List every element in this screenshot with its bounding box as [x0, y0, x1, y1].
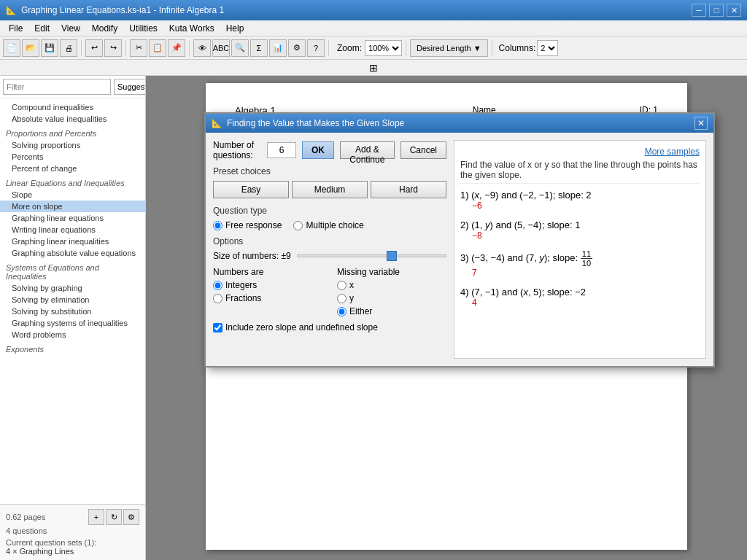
desired-length-button[interactable]: Desired Length ▼ [410, 39, 488, 57]
sidebar-item-word-problems[interactable]: Word problems [0, 329, 145, 341]
add-continue-button[interactable]: Add & Continue [340, 141, 395, 159]
options-section: Options Size of numbers: ±9 Numbers are [213, 236, 446, 332]
sidebar-item-absolute[interactable]: Absolute value inequalities [0, 113, 145, 125]
sidebar-item-graphing-inequalities[interactable]: Graphing linear inequalities [0, 236, 145, 247]
num-questions-label: Number of questions: [213, 140, 261, 160]
toolbar-settings[interactable]: ⚙ [288, 39, 306, 57]
sidebar-item-percents[interactable]: Percents [0, 151, 145, 163]
toolbar-help[interactable]: ? [307, 39, 325, 57]
sidebar-item-compound[interactable]: Compound inequalities [0, 101, 145, 113]
toolbar-undo[interactable]: ↩ [85, 39, 103, 57]
include-zero-slope-option[interactable]: Include zero slope and undefined slope [213, 322, 446, 332]
sidebar-item-more-slope[interactable]: More on slope [0, 201, 145, 212]
menu-help[interactable]: Help [220, 22, 250, 35]
sample-2-num: 2) [460, 219, 469, 230]
config-btn[interactable]: ⚙ [123, 509, 139, 525]
size-slider-thumb[interactable] [387, 251, 397, 261]
sidebar-item-slope[interactable]: Slope [0, 189, 145, 201]
order-select[interactable]: Suggested Order [114, 79, 146, 95]
more-samples-link[interactable]: More samples [460, 147, 700, 157]
minimize-button[interactable]: ─ [692, 4, 706, 17]
menu-file[interactable]: File [3, 22, 28, 35]
sample-3-answer: 7 [472, 268, 700, 278]
toolbar-new[interactable]: 📄 [3, 39, 20, 57]
sample-1-num: 1) [460, 190, 469, 201]
app-icon: 📐 [6, 5, 17, 15]
dialog-title-bar: 📐 Finding the Value that Makes the Given… [206, 114, 713, 133]
toolbar-insert[interactable]: Σ [250, 39, 268, 57]
sidebar-item-graphing-linear[interactable]: Graphing linear equations [0, 212, 145, 224]
columns-select[interactable]: 2 [537, 40, 558, 56]
easy-button[interactable]: Easy [213, 181, 289, 198]
sidebar-bottom: 0.62 pages + ↻ ⚙ 4 questions Current que… [0, 504, 145, 560]
ok-button[interactable]: OK [302, 141, 334, 159]
fractions-option[interactable]: Fractions [213, 293, 322, 303]
sidebar-cat-proportions: Proportions and Percents [0, 125, 145, 139]
toolbar-cut[interactable]: ✂ [130, 39, 147, 57]
toolbar-find[interactable]: 🔍 [231, 39, 249, 57]
free-response-option[interactable]: Free response [213, 220, 282, 230]
toolbar-copy[interactable]: 📋 [149, 39, 166, 57]
sidebar-item-solving-graphing[interactable]: Solving by graphing [0, 282, 145, 294]
menu-modify[interactable]: Modify [86, 22, 123, 35]
sidebar-item-graphing-abs[interactable]: Graphing absolute value equations [0, 247, 145, 259]
cancel-button[interactable]: Cancel [400, 141, 446, 159]
sidebar-item-solving-proportions[interactable]: Solving proportions [0, 139, 145, 151]
sample-1-problem: (x, −9) and (−2, −1); slope: 2 [471, 190, 591, 201]
add-btn[interactable]: + [88, 509, 104, 525]
set-item-0: 4 × Graphing Lines [6, 547, 139, 556]
sample-4-answer: 4 [472, 298, 700, 308]
menu-utilities[interactable]: Utilities [123, 22, 163, 35]
sample-problem-3: 3) (−3, −4) and (7, y); slope: 1110 7 [460, 249, 700, 278]
var-either-option[interactable]: Either [337, 306, 446, 316]
menu-view[interactable]: View [55, 22, 86, 35]
include-zero-slope-label: Include zero slope and undefined slope [225, 322, 378, 332]
title-bar-text: Graphing Linear Equations.ks-ia1 - Infin… [21, 5, 224, 15]
multiple-choice-option[interactable]: Multiple choice [293, 220, 363, 230]
filter-input[interactable] [3, 79, 111, 95]
integers-option[interactable]: Integers [213, 280, 322, 290]
toolbar-zoom-group: Zoom: 100% [337, 40, 402, 56]
sidebar-item-percent-change[interactable]: Percent of change [0, 163, 145, 174]
toolbar-graph[interactable]: 📊 [269, 39, 287, 57]
close-button[interactable]: ✕ [727, 4, 741, 17]
sample-3-problem: (−3, −4) and (7, y); slope: 1110 [471, 252, 592, 263]
toolbar-print[interactable]: 🖨 [60, 39, 77, 57]
toolbar-open[interactable]: 📂 [22, 39, 39, 57]
sample-3-num: 3) [460, 252, 469, 263]
numbers-col: Numbers are Integers Fractions [213, 267, 322, 316]
sample-problem-1: 1) (x, −9) and (−2, −1); slope: 2 −6 [460, 190, 700, 211]
var-x-option[interactable]: x [337, 280, 446, 290]
dialog-icon: 📐 [212, 118, 222, 128]
maximize-button[interactable]: □ [709, 4, 724, 17]
dialog-left-panel: Number of questions: OK Add & Continue C… [213, 140, 446, 359]
toolbar: 📄 📂 💾 🖨 ↩ ↪ ✂ 📋 📌 👁 ABC 🔍 Σ 📊 ⚙ ? Zoom: … [0, 36, 747, 60]
sidebar-item-solving-substitution[interactable]: Solving by substitution [0, 306, 145, 317]
refresh-btn[interactable]: ↻ [106, 509, 122, 525]
toolbar-preview[interactable]: 👁 [193, 39, 211, 57]
sidebar-item-writing-linear[interactable]: Writing linear equations [0, 224, 145, 236]
sample-2-answer: −8 [472, 230, 700, 241]
menu-bar: File Edit View Modify Utilities Kuta Wor… [0, 20, 747, 36]
num-questions-input[interactable] [267, 142, 296, 158]
menu-edit[interactable]: Edit [28, 22, 55, 35]
questions-count: 4 questions [6, 526, 139, 535]
sidebar-item-graphing-systems[interactable]: Graphing systems of inequalities [0, 317, 145, 329]
hard-button[interactable]: Hard [371, 181, 446, 198]
var-y-option[interactable]: y [337, 293, 446, 303]
dialog-title: Finding the Value that Makes the Given S… [227, 118, 404, 128]
size-row: Size of numbers: ±9 [213, 251, 446, 261]
medium-button[interactable]: Medium [292, 181, 368, 198]
sample-2-problem: (1, y) and (5, −4); slope: 1 [471, 219, 580, 230]
sample-1-answer: −6 [472, 201, 700, 211]
sidebar-item-solving-elimination[interactable]: Solving by elimination [0, 294, 145, 306]
toolbar-redo[interactable]: ↪ [104, 39, 122, 57]
toolbar-save[interactable]: 💾 [41, 39, 58, 57]
columns-label: Columns: [499, 43, 536, 53]
menu-kuta-works[interactable]: Kuta Works [163, 22, 220, 35]
dialog-close-button[interactable]: ✕ [694, 117, 708, 130]
toolbar-spell[interactable]: ABC [212, 39, 230, 57]
zoom-select[interactable]: 100% [365, 40, 402, 56]
toolbar-paste[interactable]: 📌 [168, 39, 185, 57]
title-bar: 📐 Graphing Linear Equations.ks-ia1 - Inf… [0, 0, 747, 20]
